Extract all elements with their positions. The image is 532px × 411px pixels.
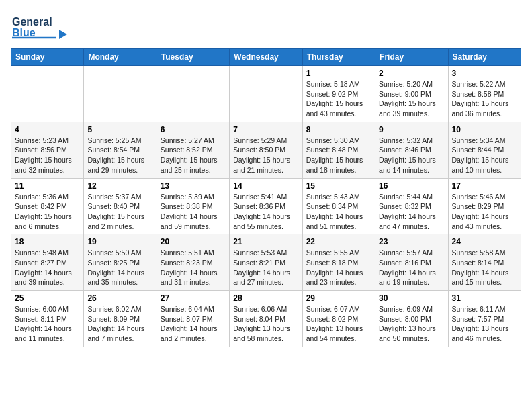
day-cell: 11Sunrise: 5:36 AM Sunset: 8:42 PM Dayli… (11, 178, 84, 234)
day-cell: 30Sunrise: 6:09 AM Sunset: 8:00 PM Dayli… (375, 291, 448, 347)
day-info: Sunrise: 6:11 AM Sunset: 7:57 PM Dayligh… (452, 304, 517, 344)
day-cell: 5Sunrise: 5:25 AM Sunset: 8:54 PM Daylig… (84, 122, 157, 178)
day-number: 19 (87, 237, 152, 246)
day-cell: 27Sunrise: 6:04 AM Sunset: 8:07 PM Dayli… (157, 291, 229, 347)
day-cell: 12Sunrise: 5:37 AM Sunset: 8:40 PM Dayli… (84, 178, 157, 234)
header-cell-sunday: Sunday (11, 49, 84, 66)
day-cell (157, 66, 229, 122)
header-cell-friday: Friday (375, 49, 448, 66)
day-number: 17 (452, 181, 517, 191)
day-number: 3 (452, 68, 517, 78)
day-number: 22 (306, 237, 371, 246)
day-number: 16 (379, 181, 444, 191)
day-cell: 8Sunrise: 5:30 AM Sunset: 8:48 PM Daylig… (302, 122, 375, 178)
day-info: Sunrise: 6:04 AM Sunset: 8:07 PM Dayligh… (161, 304, 226, 344)
day-cell (230, 66, 302, 122)
day-cell: 28Sunrise: 6:06 AM Sunset: 8:04 PM Dayli… (230, 291, 302, 347)
day-info: Sunrise: 5:27 AM Sunset: 8:52 PM Dayligh… (161, 136, 226, 175)
day-number: 29 (306, 293, 371, 303)
svg-text:General: General (12, 16, 52, 28)
week-row-3: 11Sunrise: 5:36 AM Sunset: 8:42 PM Dayli… (11, 178, 521, 234)
day-info: Sunrise: 5:22 AM Sunset: 8:58 PM Dayligh… (452, 79, 517, 119)
day-info: Sunrise: 5:39 AM Sunset: 8:38 PM Dayligh… (161, 192, 226, 232)
day-cell: 6Sunrise: 5:27 AM Sunset: 8:52 PM Daylig… (157, 122, 229, 178)
day-number: 20 (161, 237, 226, 246)
day-cell: 13Sunrise: 5:39 AM Sunset: 8:38 PM Dayli… (157, 178, 229, 234)
day-number: 13 (161, 181, 226, 191)
calendar-body: 1Sunrise: 5:18 AM Sunset: 9:02 PM Daylig… (11, 66, 521, 347)
header-cell-saturday: Saturday (448, 49, 521, 66)
day-cell: 18Sunrise: 5:48 AM Sunset: 8:27 PM Dayli… (11, 234, 84, 291)
day-number: 7 (233, 125, 298, 134)
day-info: Sunrise: 5:30 AM Sunset: 8:48 PM Dayligh… (306, 136, 371, 175)
day-number: 8 (306, 125, 371, 134)
day-cell: 10Sunrise: 5:34 AM Sunset: 8:44 PM Dayli… (448, 122, 521, 178)
day-number: 21 (233, 237, 298, 246)
day-info: Sunrise: 5:20 AM Sunset: 9:00 PM Dayligh… (379, 79, 444, 119)
day-info: Sunrise: 5:23 AM Sunset: 8:56 PM Dayligh… (15, 136, 80, 175)
week-row-2: 4Sunrise: 5:23 AM Sunset: 8:56 PM Daylig… (11, 122, 521, 178)
day-info: Sunrise: 5:57 AM Sunset: 8:16 PM Dayligh… (379, 248, 444, 287)
day-cell: 21Sunrise: 5:53 AM Sunset: 8:21 PM Dayli… (230, 234, 302, 291)
day-info: Sunrise: 5:51 AM Sunset: 8:23 PM Dayligh… (161, 248, 226, 287)
day-cell: 3Sunrise: 5:22 AM Sunset: 8:58 PM Daylig… (448, 66, 521, 122)
day-info: Sunrise: 5:50 AM Sunset: 8:25 PM Dayligh… (87, 248, 152, 287)
day-info: Sunrise: 5:48 AM Sunset: 8:27 PM Dayligh… (15, 248, 80, 287)
day-number: 2 (379, 68, 444, 78)
day-cell (11, 66, 84, 122)
day-number: 10 (452, 125, 517, 134)
day-cell: 22Sunrise: 5:55 AM Sunset: 8:18 PM Dayli… (302, 234, 375, 291)
svg-text:Blue: Blue (12, 27, 36, 38)
day-info: Sunrise: 5:36 AM Sunset: 8:42 PM Dayligh… (15, 192, 80, 232)
day-number: 27 (161, 293, 226, 303)
calendar-table: SundayMondayTuesdayWednesdayThursdayFrid… (11, 48, 521, 347)
day-cell: 19Sunrise: 5:50 AM Sunset: 8:25 PM Dayli… (84, 234, 157, 291)
week-row-5: 25Sunrise: 6:00 AM Sunset: 8:11 PM Dayli… (11, 291, 521, 347)
day-number: 12 (87, 181, 152, 191)
day-cell: 15Sunrise: 5:43 AM Sunset: 8:34 PM Dayli… (302, 178, 375, 234)
day-number: 26 (87, 293, 152, 303)
day-info: Sunrise: 5:37 AM Sunset: 8:40 PM Dayligh… (87, 192, 152, 232)
day-cell: 14Sunrise: 5:41 AM Sunset: 8:36 PM Dayli… (230, 178, 302, 234)
day-cell: 20Sunrise: 5:51 AM Sunset: 8:23 PM Dayli… (157, 234, 229, 291)
calendar-header: SundayMondayTuesdayWednesdayThursdayFrid… (11, 49, 521, 66)
header-cell-thursday: Thursday (302, 49, 375, 66)
day-info: Sunrise: 5:41 AM Sunset: 8:36 PM Dayligh… (233, 192, 298, 232)
day-number: 18 (15, 237, 80, 246)
day-number: 24 (452, 237, 517, 246)
day-number: 28 (233, 293, 298, 303)
day-number: 9 (379, 125, 444, 134)
day-info: Sunrise: 6:07 AM Sunset: 8:02 PM Dayligh… (306, 304, 371, 344)
day-number: 6 (161, 125, 226, 134)
day-info: Sunrise: 6:06 AM Sunset: 8:04 PM Dayligh… (233, 304, 298, 344)
day-info: Sunrise: 5:25 AM Sunset: 8:54 PM Dayligh… (87, 136, 152, 175)
day-info: Sunrise: 5:32 AM Sunset: 8:46 PM Dayligh… (379, 136, 444, 175)
day-cell: 23Sunrise: 5:57 AM Sunset: 8:16 PM Dayli… (375, 234, 448, 291)
day-info: Sunrise: 5:44 AM Sunset: 8:32 PM Dayligh… (379, 192, 444, 232)
page-header: General Blue (11, 11, 521, 43)
day-number: 30 (379, 293, 444, 303)
day-info: Sunrise: 5:43 AM Sunset: 8:34 PM Dayligh… (306, 192, 371, 232)
header-cell-monday: Monday (84, 49, 157, 66)
day-cell: 16Sunrise: 5:44 AM Sunset: 8:32 PM Dayli… (375, 178, 448, 234)
svg-marker-2 (59, 30, 67, 39)
day-cell: 26Sunrise: 6:02 AM Sunset: 8:09 PM Dayli… (84, 291, 157, 347)
day-info: Sunrise: 5:55 AM Sunset: 8:18 PM Dayligh… (306, 248, 371, 287)
day-number: 31 (452, 293, 517, 303)
day-number: 11 (15, 181, 80, 191)
day-info: Sunrise: 5:58 AM Sunset: 8:14 PM Dayligh… (452, 248, 517, 287)
day-cell: 7Sunrise: 5:29 AM Sunset: 8:50 PM Daylig… (230, 122, 302, 178)
day-cell: 24Sunrise: 5:58 AM Sunset: 8:14 PM Dayli… (448, 234, 521, 291)
day-cell: 17Sunrise: 5:46 AM Sunset: 8:29 PM Dayli… (448, 178, 521, 234)
day-cell: 25Sunrise: 6:00 AM Sunset: 8:11 PM Dayli… (11, 291, 84, 347)
day-info: Sunrise: 6:02 AM Sunset: 8:09 PM Dayligh… (87, 304, 152, 344)
logo: General Blue (11, 11, 71, 43)
day-cell: 4Sunrise: 5:23 AM Sunset: 8:56 PM Daylig… (11, 122, 84, 178)
day-number: 5 (87, 125, 152, 134)
day-cell: 31Sunrise: 6:11 AM Sunset: 7:57 PM Dayli… (448, 291, 521, 347)
week-row-4: 18Sunrise: 5:48 AM Sunset: 8:27 PM Dayli… (11, 234, 521, 291)
day-info: Sunrise: 5:46 AM Sunset: 8:29 PM Dayligh… (452, 192, 517, 232)
day-cell: 2Sunrise: 5:20 AM Sunset: 9:00 PM Daylig… (375, 66, 448, 122)
week-row-1: 1Sunrise: 5:18 AM Sunset: 9:02 PM Daylig… (11, 66, 521, 122)
day-info: Sunrise: 5:18 AM Sunset: 9:02 PM Dayligh… (306, 79, 371, 119)
